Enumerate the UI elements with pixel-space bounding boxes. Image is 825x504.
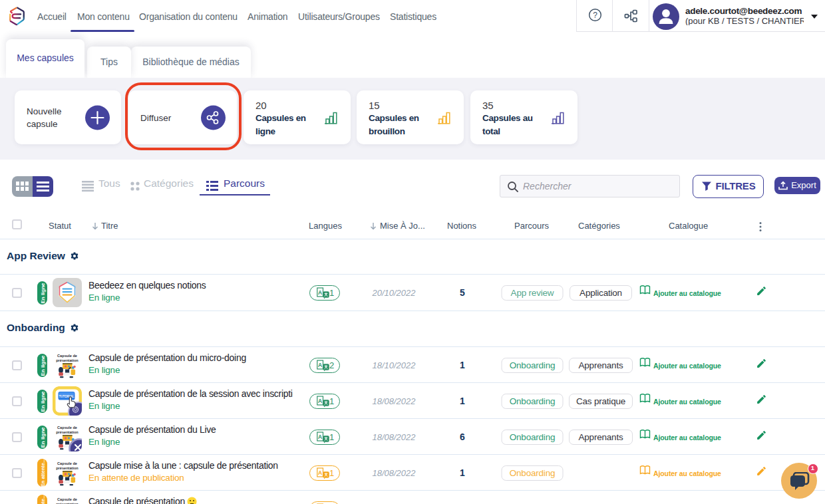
svg-text:A: A	[318, 289, 322, 296]
svg-text:A: A	[318, 469, 322, 476]
svg-text:Capsule de: Capsule de	[57, 461, 77, 465]
svg-text:Capsule de: Capsule de	[57, 426, 77, 430]
svg-text:A: A	[318, 434, 322, 440]
svg-text:A: A	[318, 362, 322, 368]
svg-text:Capsule de: Capsule de	[57, 354, 77, 358]
svg-text:présentation: présentation	[56, 466, 79, 470]
svg-text:?: ?	[593, 11, 597, 20]
svg-text:présentation: présentation	[56, 358, 79, 362]
svg-text:présentation: présentation	[56, 430, 79, 434]
svg-text:A: A	[318, 398, 322, 404]
svg-text:TUTORIAL: TUTORIAL	[59, 395, 74, 398]
svg-text:Capsule de: Capsule de	[57, 497, 77, 501]
